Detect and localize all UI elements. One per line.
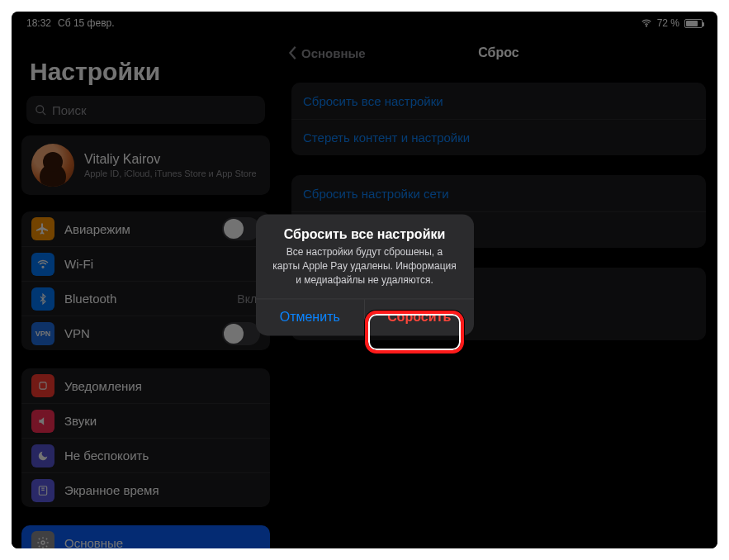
page-title: Настройки (12, 35, 280, 96)
battery-percent: 72 % (657, 17, 679, 29)
bluetooth-icon (31, 287, 54, 311)
sounds-icon (31, 410, 54, 433)
detail-title: Сброс (478, 45, 518, 60)
row-vpn[interactable]: VPN VPN (21, 316, 270, 350)
svg-point-6 (41, 541, 45, 544)
row-label: Основные (64, 536, 123, 549)
confirm-button[interactable]: Сбросить (365, 300, 474, 336)
cancel-button[interactable]: Отменить (256, 300, 366, 336)
group-alerts: Уведомления Звуки Не беспокоить Экранное… (21, 368, 270, 507)
battery-icon (684, 19, 703, 28)
search-icon (35, 104, 47, 116)
search-input[interactable]: Поиск (26, 96, 265, 124)
screentime-icon (31, 479, 54, 502)
reset-all-settings[interactable]: Сбросить все настройки (291, 83, 706, 119)
reset-group-1: Сбросить все настройки Стереть контент и… (291, 83, 706, 155)
svg-point-1 (36, 105, 44, 112)
row-label: Wi-Fi (64, 257, 93, 271)
back-button[interactable]: Основные (288, 45, 366, 60)
profile-name: Vitaliy Kairov (84, 152, 257, 167)
row-notifications[interactable]: Уведомления (21, 368, 270, 403)
row-label: Не беспокоить (64, 448, 149, 463)
profile-sub: Apple ID, iCloud, iTunes Store и App Sto… (84, 168, 257, 178)
row-label: Уведомления (64, 379, 142, 393)
alert-title: Сбросить все настройки (256, 214, 474, 245)
row-label: Сбросить настройки сети (303, 187, 449, 201)
detail-header: Основные Сброс (280, 35, 717, 71)
wifi-row-icon (31, 253, 54, 276)
button-label: Отменить (280, 311, 340, 325)
row-label: Звуки (64, 414, 97, 428)
notifications-icon (31, 374, 54, 397)
reset-network[interactable]: Сбросить настройки сети (291, 175, 706, 211)
search-placeholder: Поиск (52, 103, 87, 117)
row-label: Стереть контент и настройки (303, 131, 470, 145)
vpn-toggle[interactable] (222, 322, 260, 345)
back-label: Основные (301, 46, 366, 60)
svg-rect-4 (40, 382, 46, 389)
confirm-alert: Сбросить все настройки Все настройки буд… (256, 214, 474, 335)
row-label: VPN (64, 326, 90, 340)
chevron-left-icon (288, 45, 298, 60)
row-dnd[interactable]: Не беспокоить (21, 438, 270, 472)
vpn-icon: VPN (31, 322, 54, 345)
row-airplane[interactable]: Авиарежим (21, 211, 270, 246)
wifi-icon (641, 17, 652, 29)
status-date: Сб 15 февр. (58, 17, 114, 29)
row-screentime[interactable]: Экранное время (21, 472, 270, 507)
row-wifi[interactable]: Wi-Fi (21, 246, 270, 281)
group-general: Основные (21, 525, 270, 548)
gear-icon (31, 531, 54, 548)
svg-point-3 (42, 266, 44, 268)
status-bar: 18:32 Сб 15 февр. 72 % (12, 12, 717, 35)
row-label: Сбросить все настройки (303, 94, 443, 108)
row-general[interactable]: Основные (21, 525, 270, 548)
row-label: Авиарежим (64, 222, 130, 236)
svg-line-2 (42, 112, 45, 115)
dnd-icon (31, 444, 54, 467)
row-bluetooth[interactable]: Bluetooth Вкл. (21, 281, 270, 316)
row-label: Bluetooth (64, 292, 116, 306)
avatar (31, 144, 74, 187)
settings-sidebar: Настройки Поиск Vitaliy Kairov Apple ID,… (12, 35, 280, 548)
row-sounds[interactable]: Звуки (21, 403, 270, 438)
group-connectivity: Авиарежим Wi-Fi Bluetooth Вкл. VPN (21, 211, 270, 350)
status-time: 18:32 (26, 17, 51, 29)
airplane-icon (31, 217, 54, 240)
erase-all-content[interactable]: Стереть контент и настройки (291, 119, 706, 155)
row-label: Экранное время (64, 483, 159, 497)
airplane-toggle[interactable] (222, 217, 260, 240)
button-label: Сбросить (387, 311, 451, 325)
svg-point-0 (646, 26, 646, 26)
profile-row[interactable]: Vitaliy Kairov Apple ID, iCloud, iTunes … (21, 135, 270, 195)
alert-message: Все настройки будут сброшены, а карты Ap… (256, 245, 474, 298)
